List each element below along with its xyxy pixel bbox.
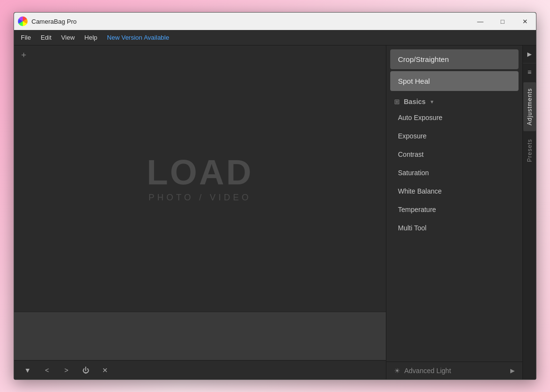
btn-reset[interactable]: ⏻ (80, 364, 92, 376)
load-sub-text: PHOTO / VIDEO (147, 193, 253, 203)
menu-help[interactable]: Help (79, 32, 102, 43)
minimize-button[interactable]: — (469, 13, 491, 30)
title-bar: CameraBag Pro — □ ✕ (14, 13, 536, 30)
filmstrip (14, 312, 386, 360)
sun-icon: ☀ (394, 367, 400, 375)
adjustment-temperature[interactable]: Temperature (390, 200, 519, 219)
menu-edit[interactable]: Edit (36, 32, 56, 43)
window-title: CameraBag Pro (31, 18, 469, 25)
app-icon (18, 16, 28, 26)
basics-label: Basics (404, 98, 426, 106)
chevron-right-icon: ▶ (510, 367, 515, 374)
main-window: CameraBag Pro — □ ✕ File Edit View Help … (14, 12, 536, 380)
new-version-link[interactable]: New Version Available (102, 32, 174, 43)
sidebar-panel: Crop/Straighten Spot Heal ⊞ Basics ▼ Aut… (386, 45, 522, 379)
menu-view[interactable]: View (56, 32, 79, 43)
spot-heal-button[interactable]: Spot Heal (390, 71, 519, 91)
add-button[interactable]: + (18, 49, 30, 61)
chevron-down-icon: ▼ (429, 99, 434, 105)
adjustment-contrast[interactable]: Contrast (390, 145, 519, 164)
tab-adjustments[interactable]: Adjustments (523, 82, 536, 131)
basics-section-header[interactable]: ⊞ Basics ▼ (386, 93, 522, 108)
adjustment-white-balance[interactable]: White Balance (390, 182, 519, 200)
load-prompt: LOAD PHOTO / VIDEO (147, 155, 253, 203)
btn-down[interactable]: ▼ (22, 364, 33, 376)
btn-prev[interactable]: < (41, 364, 53, 376)
adjustment-multi-tool[interactable]: Multi Tool (390, 219, 519, 237)
close-button[interactable]: ✕ (514, 13, 536, 30)
adjustment-exposure[interactable]: Exposure (390, 127, 519, 145)
menu-bar: File Edit View Help New Version Availabl… (14, 30, 536, 45)
load-main-text: LOAD (147, 155, 253, 190)
canvas-workspace[interactable]: + LOAD PHOTO / VIDEO (14, 45, 386, 312)
menu-file[interactable]: File (16, 32, 36, 43)
tab-presets[interactable]: Presets (523, 133, 536, 168)
advanced-light-label: Advanced Light (404, 367, 506, 375)
sidebar-tabs: ▶ ≡ Adjustments Presets (522, 45, 536, 379)
sliders-icon: ⊞ (394, 98, 400, 106)
panel-arrow-button[interactable]: ▶ (523, 45, 536, 63)
advanced-light-section[interactable]: ☀ Advanced Light ▶ (386, 362, 522, 379)
btn-clear[interactable]: ✕ (99, 364, 111, 376)
right-sidebar: Crop/Straighten Spot Heal ⊞ Basics ▼ Aut… (386, 45, 536, 379)
adjustment-saturation[interactable]: Saturation (390, 164, 519, 182)
btn-next[interactable]: > (61, 364, 72, 376)
adjustment-list: Auto Exposure Exposure Contrast Saturati… (386, 108, 522, 362)
maximize-button[interactable]: □ (491, 13, 514, 30)
canvas-area: + LOAD PHOTO / VIDEO ▼ < > ⏻ ✕ (14, 45, 386, 379)
crop-straighten-button[interactable]: Crop/Straighten (390, 49, 519, 69)
panel-menu-button[interactable]: ≡ (523, 63, 536, 80)
bottom-controls: ▼ < > ⏻ ✕ (14, 360, 386, 379)
main-area: + LOAD PHOTO / VIDEO ▼ < > ⏻ ✕ (14, 45, 536, 379)
tool-buttons: Crop/Straighten Spot Heal (386, 45, 522, 93)
adjustment-auto-exposure[interactable]: Auto Exposure (390, 108, 519, 127)
window-controls: — □ ✕ (469, 13, 536, 30)
